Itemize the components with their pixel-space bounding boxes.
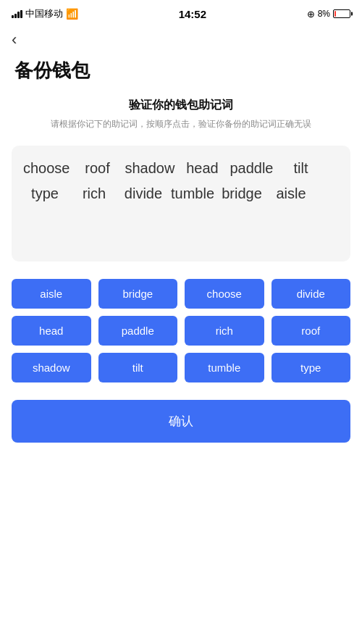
word-button[interactable]: shadow [12, 353, 91, 382]
word-display-inner: chooseroofshadowheadpaddletilttyperichdi… [23, 160, 339, 202]
confirm-section: 确认 [0, 394, 362, 464]
battery-icon [333, 9, 350, 18]
word-button[interactable]: tumble [185, 353, 264, 382]
status-bar: 中国移动 📶 14:52 ⊕ 8% [0, 0, 362, 25]
word-button[interactable]: choose [185, 279, 264, 309]
section-desc: 请根据你记下的助记词，按顺序点击，验证你备份的助记词正确无误 [14, 117, 348, 131]
battery-percent: 8% [318, 9, 330, 19]
clock: 14:52 [179, 8, 206, 20]
word-button[interactable]: divide [272, 279, 351, 309]
page-title: 备份钱包 [0, 52, 362, 98]
display-word: shadow [125, 160, 175, 177]
word-button[interactable]: rich [185, 316, 264, 346]
display-word: head [180, 160, 224, 177]
word-button[interactable]: roof [272, 316, 351, 346]
display-word: bridge [220, 185, 264, 202]
word-button[interactable]: type [272, 353, 351, 382]
signal-icon [12, 10, 22, 18]
airdrop-icon: ⊕ [307, 9, 315, 20]
display-word: paddle [230, 160, 273, 177]
carrier-label: 中国移动 [25, 7, 63, 20]
word-button[interactable]: head [12, 316, 91, 346]
word-button[interactable]: paddle [98, 316, 178, 346]
status-left: 中国移动 📶 [12, 7, 78, 20]
word-display-box: chooseroofshadowheadpaddletilttyperichdi… [12, 146, 350, 262]
display-word: type [23, 185, 67, 202]
display-word: tumble [171, 185, 214, 202]
battery-fill [334, 11, 336, 17]
word-button[interactable]: aisle [12, 279, 91, 309]
display-word: aisle [269, 185, 313, 202]
status-right: ⊕ 8% [307, 9, 350, 20]
wifi-icon: 📶 [66, 8, 78, 20]
display-word: roof [76, 160, 119, 177]
word-buttons-grid: aislebridgechoosedivideheadpaddlerichroo… [12, 279, 350, 382]
display-word: rich [72, 185, 116, 202]
word-button[interactable]: bridge [98, 279, 178, 309]
section-header: 验证你的钱包助记词 请根据你记下的助记词，按顺序点击，验证你备份的助记词正确无误 [0, 98, 362, 137]
word-button[interactable]: tilt [98, 353, 178, 382]
section-title: 验证你的钱包助记词 [14, 98, 348, 113]
display-word: choose [23, 160, 70, 177]
display-word: divide [122, 185, 165, 202]
word-buttons-section: aislebridgechoosedivideheadpaddlerichroo… [0, 276, 362, 394]
back-button[interactable]: ‹ [0, 25, 362, 52]
confirm-button[interactable]: 确认 [12, 400, 350, 443]
display-word: tilt [279, 160, 323, 177]
